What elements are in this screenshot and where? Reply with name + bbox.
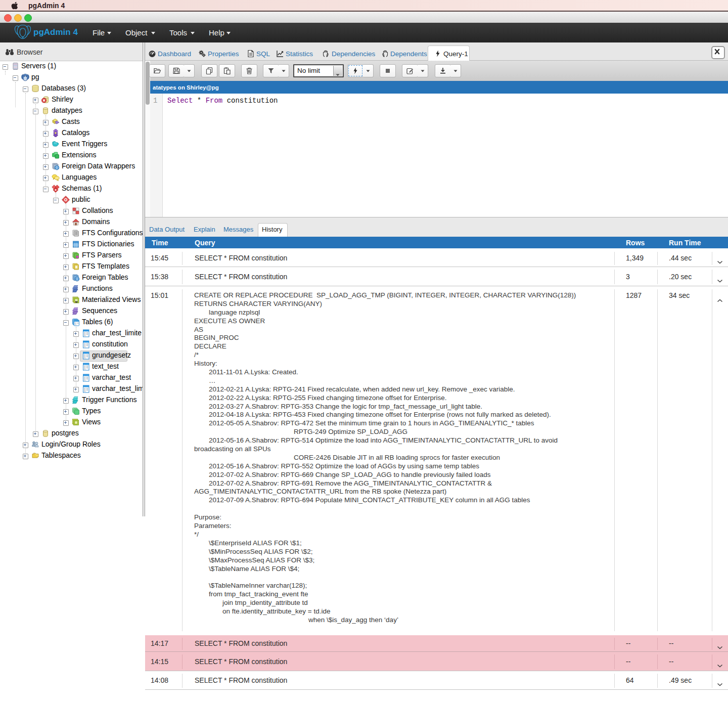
svg-text:M: M [75, 300, 78, 303]
